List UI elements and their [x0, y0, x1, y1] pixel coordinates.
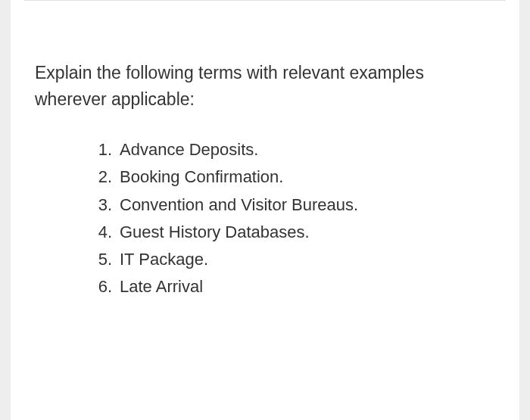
- list-text: Late Arrival: [120, 273, 203, 300]
- list-number: 2.: [89, 163, 112, 191]
- list-item: 5. IT Package.: [89, 246, 495, 273]
- divider: [24, 0, 506, 14]
- list-text: Booking Confirmation.: [120, 163, 283, 191]
- content-area: Explain the following terms with relevan…: [11, 14, 519, 301]
- list-item: 4. Guest History Databases.: [89, 219, 495, 246]
- list-number: 5.: [89, 246, 112, 273]
- list-item: 3. Convention and Visitor Bureaus.: [89, 191, 495, 219]
- list-text: IT Package.: [120, 246, 208, 273]
- list-item: 2. Booking Confirmation.: [89, 163, 495, 191]
- document-card: Explain the following terms with relevan…: [11, 0, 519, 420]
- list-text: Convention and Visitor Bureaus.: [120, 191, 358, 219]
- list-text: Advance Deposits.: [120, 136, 258, 163]
- list-item: 6. Late Arrival: [89, 273, 495, 300]
- list-number: 4.: [89, 219, 112, 246]
- list-item: 1. Advance Deposits.: [89, 136, 495, 163]
- list-text: Guest History Databases.: [120, 219, 310, 246]
- terms-list: 1. Advance Deposits. 2. Booking Confirma…: [35, 136, 495, 301]
- list-number: 3.: [89, 191, 112, 219]
- question-prompt: Explain the following terms with relevan…: [35, 60, 495, 112]
- list-number: 1.: [89, 136, 112, 163]
- list-number: 6.: [89, 273, 112, 300]
